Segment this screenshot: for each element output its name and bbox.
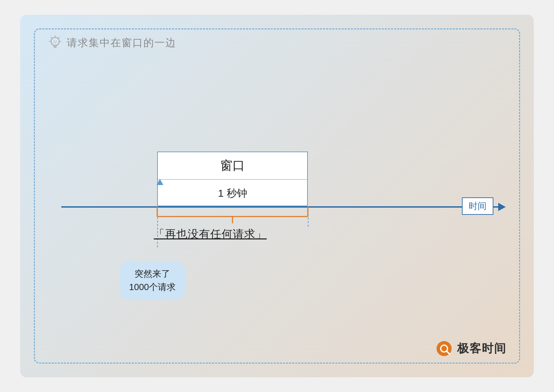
top-label: 请求集中在窗口的一边 [48, 35, 176, 50]
up-arrow [156, 179, 163, 185]
lightbulb-icon [48, 35, 63, 50]
time-label: 时间 [462, 197, 493, 215]
window-subtitle: 1 秒钟 [158, 180, 307, 207]
watermark-logo-icon [436, 340, 452, 357]
watermark-text: 极客时间 [457, 341, 506, 356]
request-bubble: 突然来了 1000个请求 [119, 261, 185, 300]
orange-bracket [157, 206, 308, 223]
slide: 请求集中在窗口的一边 时间 窗口 1 秒钟 「再也没有任何请求」 突然来了 10… [20, 15, 534, 377]
bubble-line1: 突然来了 [135, 269, 170, 279]
window-box: 窗口 1 秒钟 [157, 152, 308, 206]
svg-point-0 [51, 37, 59, 45]
header-label: 请求集中在窗口的一边 [67, 36, 176, 50]
svg-point-6 [54, 41, 54, 41]
svg-line-2 [59, 37, 59, 38]
bubble-line2: 1000个请求 [129, 282, 176, 292]
timeline-arrow [498, 203, 506, 211]
watermark: 极客时间 [436, 340, 506, 357]
window-title: 窗口 [158, 152, 307, 180]
svg-point-7 [56, 41, 56, 41]
svg-line-3 [51, 37, 52, 38]
no-request-label: 「再也没有任何请求」 [154, 227, 267, 242]
